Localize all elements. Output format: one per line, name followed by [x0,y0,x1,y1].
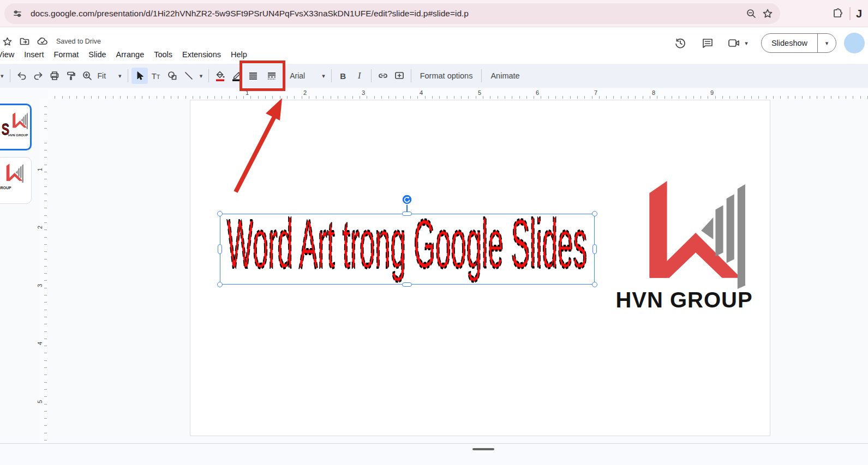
slide-thumbnail-2[interactable]: GROUP [0,157,32,204]
menu-tools[interactable]: Tools [149,48,177,61]
hvn-logo[interactable]: HVN GROUP [610,178,758,314]
browser-address-bar: docs.google.com/presentation/d/1Hi22hVNh… [0,0,868,27]
resize-handle-ne[interactable] [592,211,597,216]
toolbar-divider [10,69,10,82]
speaker-notes-area[interactable] [0,444,868,465]
vruler-label: 4 [37,342,43,345]
menu-slide[interactable]: Slide [83,48,111,61]
resize-handle-s[interactable] [402,282,412,287]
resize-handle-nw[interactable] [217,211,223,216]
resize-handle-sw[interactable] [217,282,223,287]
hruler-label: 7 [594,89,597,96]
menu-arrange[interactable]: Arrange [111,48,149,61]
google-slides-window: docs.google.com/presentation/d/1Hi22hVNh… [0,0,868,465]
zoom-button[interactable] [79,68,95,84]
animate-button[interactable]: Animate [485,69,525,83]
slide-thumbnail-1[interactable]: s HVN GROUP [0,104,32,150]
hruler-label: 9 [710,89,714,96]
select-tool-button[interactable] [131,68,148,84]
wordart-text: Word Art trong Google Slides [227,206,587,282]
menu-help[interactable]: Help [226,48,252,61]
fill-color-button[interactable] [212,68,229,84]
text-box-button[interactable]: TT [148,68,164,84]
hruler-label: 2 [303,89,307,96]
line-caret-icon[interactable]: ▾ [197,73,206,80]
url-text[interactable]: docs.google.com/presentation/d/1Hi22hVNh… [31,9,743,19]
resize-handle-se[interactable] [592,282,597,287]
insert-link-button[interactable] [375,68,391,84]
hvn-logo-icon [633,178,747,293]
new-slide-caret-icon[interactable]: ▾ [0,73,7,80]
thumb2-logo-text: GROUP [0,186,11,190]
cloud-saved-icon [37,36,49,47]
vertical-ruler: 1 2 3 4 5 [39,100,48,465]
font-caret-icon[interactable]: ▾ [319,73,328,80]
move-folder-icon[interactable] [19,36,30,47]
hruler-label: 6 [536,89,539,96]
font-family-select[interactable]: Arial [288,71,307,80]
toolbar: ▾ [0,64,868,88]
bold-button[interactable]: B [335,68,351,84]
shape-button[interactable] [164,68,181,84]
extensions-icon[interactable] [831,7,844,20]
rotation-handle[interactable] [401,194,413,208]
slideshow-button[interactable]: Slideshow ▾ [761,33,836,53]
app-header: Saved to Drive View Insert Format Slide … [0,27,868,64]
resize-handle-n[interactable] [402,212,412,216]
vruler-label: 1 [37,168,43,171]
horizontal-ruler: 1 2 3 4 5 6 7 8 9 [48,89,868,100]
hruler-label: 4 [420,89,423,96]
hruler-label: 5 [478,89,481,96]
hvn-logo-text: HVN GROUP [610,288,758,312]
border-color-button[interactable] [229,68,245,84]
line-button[interactable] [181,68,197,84]
highlighted-border-tools [245,68,280,84]
border-dash-button[interactable] [264,68,280,84]
resize-handle-w[interactable] [218,244,222,254]
thumb1-logo-text: HVN GROUP [8,134,28,137]
zoom-out-icon[interactable] [743,5,759,22]
browser-divider [849,7,851,20]
comments-icon[interactable] [698,33,717,53]
slideshow-caret-icon[interactable]: ▾ [817,33,836,53]
workspace: 1 2 3 4 5 6 7 8 9 1 2 3 4 5 s HVN GROUP [0,88,868,465]
hruler-label: 1 [246,89,249,96]
menu-view[interactable]: View [0,48,19,61]
zoom-caret-icon[interactable]: ▾ [116,73,124,80]
undo-button[interactable] [14,68,30,84]
paint-format-button[interactable] [63,68,79,84]
italic-button[interactable]: I [351,68,368,84]
user-avatar[interactable] [844,33,865,53]
format-options-button[interactable]: Format options [415,69,478,83]
menu-insert[interactable]: Insert [19,48,49,61]
add-comment-button[interactable] [391,68,408,84]
toolbar-divider [481,69,482,82]
bookmark-star-icon[interactable] [759,5,776,22]
meet-caret-icon[interactable]: ▾ [742,40,751,47]
notes-resize-handle[interactable] [472,448,494,450]
zoom-level-select[interactable]: Fit [95,71,109,80]
profile-initial[interactable]: J [856,8,864,20]
url-field[interactable]: docs.google.com/presentation/d/1Hi22hVNh… [4,3,780,24]
vruler-label: 2 [37,226,43,229]
thumb2-logo-icon [4,163,23,184]
site-settings-icon[interactable] [12,8,23,19]
menu-format[interactable]: Format [49,48,83,61]
slideshow-label[interactable]: Slideshow [762,39,817,47]
menu-extensions[interactable]: Extensions [177,48,226,61]
toolbar-divider [128,69,128,82]
toolbar-divider [331,69,332,82]
vruler-label: 5 [37,400,43,403]
wordart-selection-box[interactable]: Word Art trong Google Slides [220,214,595,285]
print-button[interactable] [46,68,63,84]
star-document-icon[interactable] [2,37,13,47]
menu-bar: View Insert Format Slide Arrange Tools E… [0,48,252,61]
saved-status[interactable]: Saved to Drive [56,38,101,45]
hruler-label: 8 [652,89,655,96]
border-weight-button[interactable] [245,68,261,84]
resize-handle-e[interactable] [592,244,597,254]
hruler-label: 3 [362,89,365,96]
version-history-icon[interactable] [671,33,690,53]
redo-button[interactable] [30,68,46,84]
meet-camera-icon[interactable]: ▾ [725,33,753,53]
